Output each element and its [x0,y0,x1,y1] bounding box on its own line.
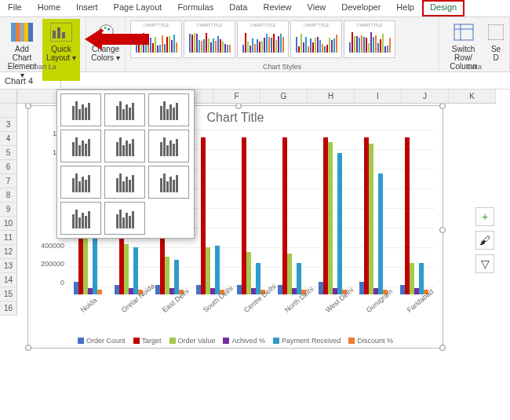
chart-styles-button[interactable]: 🖌 [475,231,494,250]
tab-help[interactable]: Help [388,0,422,16]
row-header[interactable] [0,104,16,118]
row-header[interactable]: 15 [0,287,16,301]
row-header[interactable]: 11 [0,231,16,245]
row-header[interactable]: 3 [0,118,16,132]
tab-file[interactable]: File [0,0,30,16]
resize-handle[interactable] [25,345,31,351]
switch-icon [453,23,475,42]
layout-option[interactable] [148,130,189,163]
chart-styles-gallery[interactable]: CHART TITLECHART TITLECHART TITLECHART T… [129,19,435,60]
layout-option[interactable] [104,130,145,163]
chart-style-thumb[interactable]: CHART TITLE [184,20,235,58]
group-label-data: Data [439,63,509,71]
quick-layout-dropdown [56,89,195,239]
svg-rect-11 [488,24,504,40]
chart-style-thumb[interactable]: CHART TITLE [237,20,289,58]
tab-design[interactable]: Design [422,0,464,16]
layout-option[interactable] [60,130,101,163]
layout-option[interactable] [104,166,145,199]
row-header[interactable]: 5 [0,146,16,160]
resize-handle[interactable] [439,227,446,233]
chart-legend[interactable]: Order CountTargetOrder ValueAchived %Pay… [28,337,443,345]
svg-rect-3 [62,32,65,38]
callout-arrow [85,28,149,50]
group-label-layouts: Chart La [0,63,86,71]
col-header[interactable]: K [449,89,496,104]
layout-option[interactable] [60,93,101,126]
grid-icon [488,24,504,40]
tab-formulas[interactable]: Formulas [169,0,221,16]
row-header[interactable]: 6 [0,160,16,174]
tab-developer[interactable]: Developer [333,0,388,16]
chart-style-thumb[interactable]: CHART TITLE [290,20,342,58]
col-header[interactable]: I [355,89,402,104]
tab-view[interactable]: View [300,0,334,16]
ribbon-tabs: FileHomeInsertPage LayoutFormulasDataRev… [0,0,510,17]
layout-option[interactable] [148,166,189,199]
row-header[interactable]: 9 [0,203,16,217]
svg-rect-8 [454,24,473,40]
tab-insert[interactable]: Insert [68,0,106,16]
svg-rect-1 [53,31,56,38]
row-header[interactable] [0,89,16,104]
row-header[interactable]: 8 [0,188,16,203]
quick-layout-button[interactable]: Quick Layout ▾ [42,19,80,81]
col-header[interactable]: J [402,89,449,104]
layout-option[interactable] [104,202,145,235]
quick-layout-icon [50,23,72,42]
add-chart-element-button[interactable]: Add Chart Element ▾ [3,19,41,81]
col-header[interactable]: F [213,89,260,104]
row-header[interactable]: 14 [0,273,16,287]
tab-home[interactable]: Home [30,0,68,16]
group-label-styles: Chart Styles [126,63,439,71]
row-header[interactable]: 16 [0,301,16,316]
ribbon: Add Chart Element ▾ Quick Layout ▾ Chart… [0,17,510,72]
resize-handle[interactable] [235,103,242,109]
tab-page-layout[interactable]: Page Layout [106,0,170,16]
resize-handle[interactable] [25,103,31,109]
chart-style-thumb[interactable]: CHART TITLE [344,20,395,58]
layout-option[interactable] [60,166,101,199]
chart-elements-button[interactable]: + [475,207,494,226]
x-axis: NoidaGretar NoidaEast DelhiSouth DelhiCe… [67,296,435,320]
tab-data[interactable]: Data [221,0,255,16]
layout-option[interactable] [60,202,101,235]
layout-option[interactable] [148,93,189,126]
col-header[interactable]: H [308,89,355,104]
row-headers: 345678910111213141516 [0,89,17,316]
svg-rect-2 [57,27,60,38]
chart-element-icon [11,23,33,42]
row-header[interactable]: 12 [0,245,16,259]
col-header[interactable]: G [260,89,308,104]
resize-handle[interactable] [439,345,446,351]
row-header[interactable]: 10 [0,217,16,231]
row-header[interactable]: 7 [0,174,16,188]
tab-review[interactable]: Review [255,0,299,16]
row-header[interactable]: 13 [0,259,16,273]
resize-handle[interactable] [439,103,446,109]
layout-option[interactable] [104,93,145,126]
chart-side-tools: + 🖌 ▽ [475,207,494,273]
row-header[interactable]: 4 [0,132,16,146]
chart-filters-button[interactable]: ▽ [475,254,494,273]
